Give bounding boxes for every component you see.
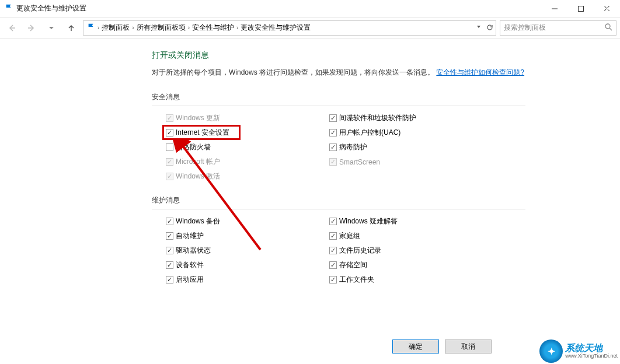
ok-button[interactable]: 确定 [392,340,439,354]
cancel-button[interactable]: 取消 [445,340,492,354]
description-text: 对于所选择的每个项目，Windows 将进行问题检查，如果发现问题，将向你发送一… [152,68,434,76]
security-check-6: Microsoft 帐户 [166,157,323,167]
checkbox-label: Windows 备份 [176,216,220,226]
breadcrumb-item[interactable]: 控制面板 [102,23,130,33]
checkbox-label: 间谍软件和垃圾软件防护 [339,113,416,123]
page-description: 对于所选择的每个项目，Windows 将进行问题检查，如果发现问题，将向你发送一… [152,66,602,78]
watermark: ✦ 系统天地 www.XiTongTianDi.net [539,340,618,363]
breadcrumb-label: 安全性与维护 [192,23,234,33]
search-icon [605,23,612,33]
checkbox-label: 启动应用 [176,275,204,285]
search-input[interactable]: 搜索控制面板 [500,20,616,36]
checkbox[interactable] [329,232,337,240]
checkbox-label: 文件历史记录 [339,246,381,256]
minimize-button[interactable] [541,0,567,17]
breadcrumb-label: 所有控制面板项 [137,23,186,33]
checkbox-label: Internet 安全设置 [176,128,229,138]
maintenance-check-7[interactable]: 存储空间 [329,260,487,270]
security-check-5[interactable]: 病毒防护 [329,142,487,152]
security-check-8: Windows 激活 [166,172,323,181]
close-button[interactable] [594,0,620,17]
checkbox-label: 病毒防护 [339,142,367,152]
chevron-right-icon[interactable]: › [188,24,190,31]
recent-locations-button[interactable] [43,20,60,36]
maximize-button[interactable] [567,0,594,17]
checkbox[interactable] [329,114,337,122]
checkbox-label: 设备软件 [176,260,204,270]
forward-button[interactable] [23,20,40,36]
chevron-right-icon[interactable]: › [97,24,99,31]
checkbox[interactable] [329,276,337,284]
security-check-4[interactable]: 网络防火墙 [166,142,323,152]
security-check-3[interactable]: 用户帐户控制(UAC) [329,128,487,138]
maintenance-check-1[interactable]: Windows 疑难解答 [329,216,487,226]
checkbox[interactable] [166,232,173,240]
security-check-7: SmartScreen [329,157,487,167]
checkbox[interactable] [166,218,173,225]
security-check-1[interactable]: 间谍软件和垃圾软件防护 [329,113,487,123]
maintenance-check-6[interactable]: 设备软件 [166,260,323,270]
checkbox[interactable] [166,261,173,269]
watermark-logo-icon: ✦ [539,340,563,363]
maintenance-check-5[interactable]: 文件历史记录 [329,246,487,256]
security-check-2[interactable]: Internet 安全设置 [166,128,323,138]
breadcrumb-flag-icon [87,23,95,33]
checkbox-label: 存储空间 [339,260,367,270]
checkbox-label: 家庭组 [339,231,360,241]
checkbox[interactable] [166,276,173,284]
watermark-text: 系统天地 [565,343,618,354]
checkbox-label: Windows 激活 [176,172,220,181]
checkbox[interactable] [329,261,337,269]
svg-line-7 [609,28,612,30]
address-bar[interactable]: › 控制面板 › 所有控制面板项 › 安全性与维护 › 更改安全性与维护设置 [83,20,496,36]
checkbox[interactable] [166,129,173,136]
maintenance-check-4[interactable]: 驱动器状态 [166,246,323,256]
maintenance-check-8[interactable]: 启动应用 [166,275,323,285]
checkbox[interactable] [329,247,337,254]
checkbox [329,158,337,166]
checkbox-label: Windows 更新 [176,113,220,123]
back-button[interactable] [4,20,20,36]
security-checkbox-grid: Windows 更新间谍软件和垃圾软件防护Internet 安全设置用户帐户控制… [152,110,602,181]
ok-label: 确定 [409,342,423,352]
window-title: 更改安全性与维护设置 [16,4,541,13]
maintenance-check-9[interactable]: 工作文件夹 [329,275,487,285]
chevron-right-icon[interactable]: › [132,24,134,31]
checkbox[interactable] [166,247,173,254]
window-controls [541,0,620,17]
address-dropdown-icon[interactable] [476,24,482,32]
help-link[interactable]: 安全性与维护如何检查问题? [436,68,524,76]
checkbox[interactable] [329,144,337,151]
svg-rect-1 [578,6,583,11]
maintenance-section-label: 维护消息 [152,195,525,209]
checkbox[interactable] [166,144,173,151]
page-heading: 打开或关闭消息 [152,50,602,61]
up-button[interactable] [63,20,79,36]
checkbox-label: 工作文件夹 [339,275,374,285]
cancel-label: 取消 [461,342,475,352]
checkbox-label: SmartScreen [339,158,380,166]
address-refresh-icon[interactable] [486,24,493,32]
checkbox [166,173,173,180]
navigation-bar: › 控制面板 › 所有控制面板项 › 安全性与维护 › 更改安全性与维护设置 搜… [0,18,620,38]
checkbox[interactable] [329,129,337,136]
breadcrumb-item[interactable]: 更改安全性与维护设置 [241,23,311,33]
maintenance-check-0[interactable]: Windows 备份 [166,216,323,226]
maintenance-check-3[interactable]: 家庭组 [329,231,487,241]
search-placeholder: 搜索控制面板 [504,23,546,33]
maintenance-check-2[interactable]: 自动维护 [166,231,323,241]
title-bar: 更改安全性与维护设置 [0,0,620,18]
checkbox [166,158,173,166]
checkbox-label: 用户帐户控制(UAC) [339,128,400,138]
breadcrumb-item[interactable]: 安全性与维护 [192,23,234,33]
svg-point-6 [605,24,610,29]
checkbox-label: 网络防火墙 [176,142,211,152]
checkbox [166,114,173,122]
dialog-footer: 确定 取消 [392,340,492,354]
breadcrumb-label: 控制面板 [102,23,130,33]
maintenance-checkbox-grid: Windows 备份Windows 疑难解答自动维护家庭组驱动器状态文件历史记录… [152,213,602,285]
chevron-right-icon[interactable]: › [236,24,238,31]
breadcrumb-item[interactable]: 所有控制面板项 [137,23,186,33]
checkbox-label: Windows 疑难解答 [339,216,398,226]
checkbox[interactable] [329,218,337,225]
